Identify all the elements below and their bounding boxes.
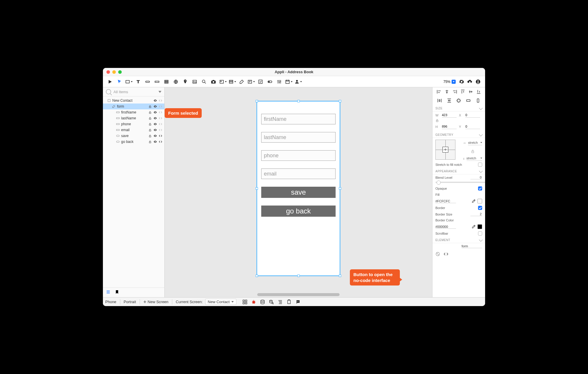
eye-icon[interactable]: [153, 104, 157, 108]
eye-icon[interactable]: [153, 122, 157, 126]
field-firstname[interactable]: firstName: [261, 114, 336, 124]
maximize-window-button[interactable]: [118, 70, 122, 74]
picker-tool-icon[interactable]: [247, 78, 255, 86]
search-filter-dropdown-icon[interactable]: [158, 91, 161, 93]
status-database-icon[interactable]: [260, 299, 265, 305]
globe-tool-icon[interactable]: [172, 78, 180, 86]
center-canvas-icon[interactable]: [456, 98, 461, 103]
status-grid-icon[interactable]: [242, 299, 248, 305]
object-search[interactable]: All Items: [103, 87, 164, 96]
field-phone[interactable]: phone: [261, 150, 336, 161]
rectangle-tool[interactable]: [125, 78, 133, 86]
person-tool-icon[interactable]: [294, 78, 302, 86]
lock-icon[interactable]: [148, 128, 152, 132]
resize-handle[interactable]: [297, 275, 300, 277]
lock-icon[interactable]: [148, 116, 152, 120]
blend-value[interactable]: 0: [470, 176, 482, 179]
bookmark-icon[interactable]: [115, 290, 119, 295]
align-left-icon[interactable]: [436, 89, 442, 94]
x-input[interactable]: [465, 113, 480, 118]
v-stretch-select[interactable]: stretch: [467, 156, 482, 161]
resize-handle[interactable]: [256, 187, 258, 190]
status-outline-icon[interactable]: [278, 299, 283, 305]
list-tool-icon[interactable]: [228, 78, 236, 86]
code-icon[interactable]: [158, 134, 163, 138]
status-bug-icon[interactable]: [251, 299, 256, 305]
anchor-widget[interactable]: +: [435, 140, 455, 160]
lock-size-icon[interactable]: [435, 119, 457, 123]
tree-item-email[interactable]: email: [103, 127, 164, 133]
form-selection-frame[interactable]: firstName lastName phone email save go b…: [257, 101, 340, 276]
list-view-icon[interactable]: [106, 290, 111, 295]
device-label[interactable]: Phone: [105, 300, 116, 304]
current-screen-select[interactable]: New Contact: [205, 299, 236, 305]
resize-handle[interactable]: [339, 100, 341, 102]
match-height-icon[interactable]: [475, 98, 481, 103]
account-icon[interactable]: [474, 78, 482, 86]
field-email[interactable]: email: [261, 168, 336, 179]
element-name-value[interactable]: form: [462, 244, 482, 248]
distribute-h-icon[interactable]: [437, 98, 442, 103]
code-icon[interactable]: [444, 252, 448, 257]
minimize-window-button[interactable]: [112, 70, 116, 74]
status-query-icon[interactable]: [269, 299, 274, 305]
sliders-tool-icon[interactable]: [275, 78, 283, 86]
align-top-icon[interactable]: [460, 89, 465, 94]
media-tool-icon[interactable]: [219, 78, 227, 86]
text-tool-icon[interactable]: [134, 78, 142, 86]
resize-handle[interactable]: [339, 275, 341, 277]
align-center-h-icon[interactable]: [444, 89, 450, 94]
resize-handle[interactable]: [256, 100, 258, 102]
button-save[interactable]: save: [261, 187, 336, 198]
eye-icon[interactable]: [153, 128, 157, 132]
border-size-value[interactable]: 2: [470, 212, 482, 216]
pin-tool-icon[interactable]: [181, 78, 189, 86]
zoom-control[interactable]: 75%: [442, 79, 457, 84]
checkbox-tool-icon[interactable]: [256, 78, 265, 86]
h-stretch-select[interactable]: stretch: [468, 140, 482, 145]
button-goback[interactable]: go back: [261, 206, 336, 217]
border-color-value[interactable]: #000000: [435, 225, 456, 229]
image-tool-icon[interactable]: [191, 78, 199, 86]
tree-item-firstName[interactable]: firstName: [103, 109, 164, 115]
close-window-button[interactable]: [106, 70, 110, 74]
fill-notch-checkbox[interactable]: [478, 163, 482, 167]
code-icon[interactable]: [158, 122, 163, 126]
orientation-label[interactable]: Portrait: [124, 300, 136, 304]
resize-handle[interactable]: [297, 100, 300, 102]
tree-item-New-Contact[interactable]: New Contact: [103, 98, 164, 103]
play-icon[interactable]: [106, 78, 114, 86]
lock-icon[interactable]: [148, 122, 152, 126]
eye-icon[interactable]: [153, 98, 157, 103]
camera-tool-icon[interactable]: [209, 78, 218, 86]
fill-value[interactable]: #FCFCFC: [435, 199, 456, 203]
button-tool-icon[interactable]: [143, 78, 152, 86]
eye-icon[interactable]: [153, 110, 157, 114]
align-right-icon[interactable]: [452, 89, 457, 94]
geometry-section-header[interactable]: GEOMETRY: [432, 131, 485, 138]
nocode-disabled-icon[interactable]: [435, 252, 440, 257]
tree-item-phone[interactable]: phone: [103, 121, 164, 127]
canvas[interactable]: Form selected firstName lastName phone e…: [165, 87, 432, 297]
code-icon[interactable]: [158, 104, 163, 108]
eye-icon[interactable]: [153, 116, 157, 120]
eye-icon[interactable]: [153, 140, 157, 144]
distribute-v-icon[interactable]: [447, 98, 452, 103]
lock-icon[interactable]: [148, 104, 152, 108]
lock-geometry-icon[interactable]: [460, 148, 485, 155]
status-chat-icon[interactable]: [295, 299, 300, 305]
size-section-header[interactable]: SIZE: [432, 105, 485, 111]
code-icon[interactable]: [158, 110, 163, 114]
tree-item-go-back[interactable]: go back: [103, 139, 164, 145]
resize-handle[interactable]: [256, 275, 258, 277]
new-screen-button[interactable]: +New Screen: [143, 299, 168, 305]
horizontal-scrollbar[interactable]: [257, 293, 340, 296]
tree-item-form[interactable]: form: [103, 103, 164, 109]
align-middle-v-icon[interactable]: [468, 89, 473, 94]
tree-item-save[interactable]: save: [103, 133, 164, 139]
cursor-icon[interactable]: [115, 78, 123, 86]
search-tool-icon[interactable]: [200, 78, 208, 86]
status-clipboard-icon[interactable]: [286, 299, 292, 305]
code-icon[interactable]: [158, 128, 163, 132]
resize-handle[interactable]: [339, 187, 341, 190]
